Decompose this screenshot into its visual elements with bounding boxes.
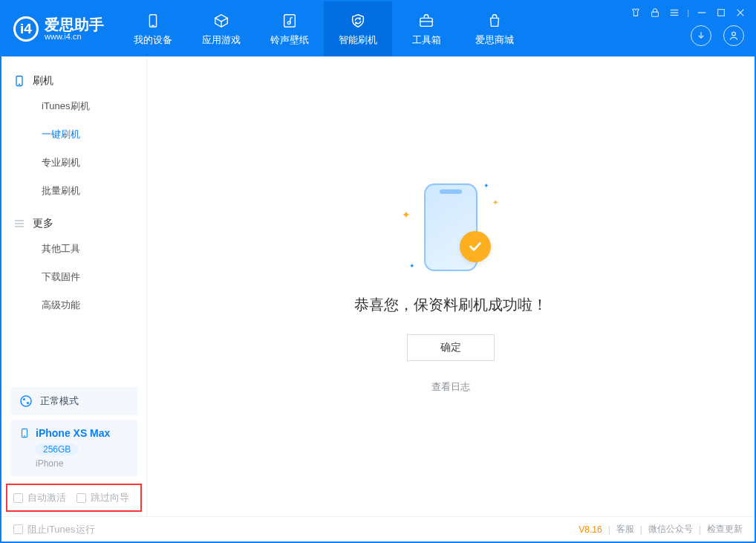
store-icon — [485, 11, 504, 30]
tab-my-device[interactable]: 我的设备 — [119, 1, 187, 56]
tab-toolbox[interactable]: 工具箱 — [392, 1, 460, 56]
refresh-shield-icon — [348, 11, 368, 30]
main-content: ✦ ✦ ✦ ✦ 恭喜您，保资料刷机成功啦！ 确定 查看日志 — [147, 56, 755, 516]
device-card[interactable]: iPhone XS Max 256GB iPhone — [10, 420, 137, 476]
highlighted-options-box: 自动激活 跳过向导 — [6, 484, 142, 512]
app-url: www.i4.cn — [45, 32, 104, 41]
mode-text: 正常模式 — [40, 394, 79, 408]
mode-icon — [19, 394, 33, 408]
view-log-link[interactable]: 查看日志 — [431, 380, 470, 394]
svg-point-17 — [732, 32, 736, 36]
statusbar: 阻止iTunes运行 V8.16 | 客服 | 微信公众号 | 检查更新 — [1, 516, 755, 542]
logo-block: i4 爱思助手 www.i4.cn — [1, 1, 119, 56]
svg-rect-13 — [718, 10, 725, 16]
tab-ringtones-wallpapers[interactable]: 铃声壁纸 — [255, 1, 324, 56]
version-label: V8.16 — [579, 524, 602, 535]
shirt-icon[interactable] — [630, 7, 641, 18]
logo-icon: i4 — [13, 16, 39, 42]
svg-rect-4 — [284, 15, 296, 27]
sparkle-icon: ✦ — [483, 182, 489, 189]
mode-card[interactable]: 正常模式 — [10, 387, 137, 415]
maximize-button[interactable] — [716, 7, 726, 18]
sidebar-section-flash: 刷机 — [1, 70, 146, 92]
tab-store[interactable]: 爱思商城 — [460, 1, 529, 56]
tab-apps-games[interactable]: 应用游戏 — [187, 1, 255, 56]
tab-smart-flash[interactable]: 智能刷机 — [324, 1, 392, 56]
sidebar-section-more: 更多 — [1, 212, 146, 235]
svg-point-25 — [27, 402, 29, 404]
sidebar: 刷机 iTunes刷机 一键刷机 专业刷机 批量刷机 更多 其他工具 下载固件 … — [1, 56, 147, 516]
device-capacity: 256GB — [36, 443, 78, 455]
checkbox-auto-activate[interactable]: 自动激活 — [13, 491, 66, 504]
lock-icon[interactable] — [650, 7, 660, 18]
toolbox-icon — [417, 11, 436, 30]
sparkle-icon: ✦ — [402, 209, 411, 221]
success-illustration: ✦ ✦ ✦ ✦ — [399, 179, 503, 276]
window-controls: | — [630, 7, 746, 18]
download-button[interactable] — [691, 25, 711, 46]
device-type: iPhone — [36, 458, 128, 469]
user-button[interactable] — [723, 25, 744, 46]
confirm-button[interactable]: 确定 — [407, 334, 495, 361]
svg-point-23 — [21, 396, 31, 406]
sidebar-item-onekey-flash[interactable]: 一键刷机 — [1, 120, 146, 149]
sidebar-item-batch-flash[interactable]: 批量刷机 — [1, 177, 146, 205]
sidebar-item-advanced[interactable]: 高级功能 — [1, 291, 146, 319]
sidebar-item-other-tools[interactable]: 其他工具 — [1, 235, 146, 263]
cube-icon — [212, 11, 231, 30]
link-support[interactable]: 客服 — [616, 523, 634, 536]
sidebar-item-itunes-flash[interactable]: iTunes刷机 — [1, 92, 146, 120]
app-window: i4 爱思助手 www.i4.cn 我的设备 应用游戏 — [0, 0, 756, 543]
top-nav-tabs: 我的设备 应用游戏 铃声壁纸 智能刷机 — [119, 1, 529, 56]
svg-rect-6 — [420, 18, 433, 26]
titlebar: i4 爱思助手 www.i4.cn 我的设备 应用游戏 — [1, 1, 755, 56]
sidebar-item-pro-flash[interactable]: 专业刷机 — [1, 149, 146, 177]
minimize-button[interactable] — [697, 7, 707, 18]
sparkle-icon: ✦ — [409, 262, 415, 270]
app-name: 爱思助手 — [45, 17, 104, 32]
phone-icon — [143, 11, 163, 30]
svg-rect-8 — [652, 12, 659, 16]
sidebar-item-download-firmware[interactable]: 下载固件 — [1, 263, 146, 291]
success-title: 恭喜您，保资料刷机成功啦！ — [354, 295, 547, 315]
checkbox-block-itunes[interactable]: 阻止iTunes运行 — [13, 523, 95, 536]
music-icon — [280, 11, 299, 30]
link-check-update[interactable]: 检查更新 — [707, 523, 743, 536]
svg-point-5 — [287, 22, 290, 25]
close-button[interactable] — [735, 7, 746, 18]
menu-icon[interactable] — [669, 7, 680, 18]
device-name: iPhone XS Max — [36, 427, 110, 439]
link-wechat[interactable]: 微信公众号 — [648, 523, 693, 536]
sparkle-icon: ✦ — [492, 198, 498, 207]
list-icon — [13, 218, 25, 230]
checkbox-skip-wizard[interactable]: 跳过向导 — [76, 491, 129, 504]
header-action-icons — [691, 25, 744, 46]
checkmark-badge-icon — [460, 231, 491, 262]
svg-marker-2 — [215, 15, 228, 22]
device-phone-icon — [19, 428, 30, 438]
phone-outline-icon — [13, 75, 25, 87]
svg-point-24 — [23, 398, 25, 400]
